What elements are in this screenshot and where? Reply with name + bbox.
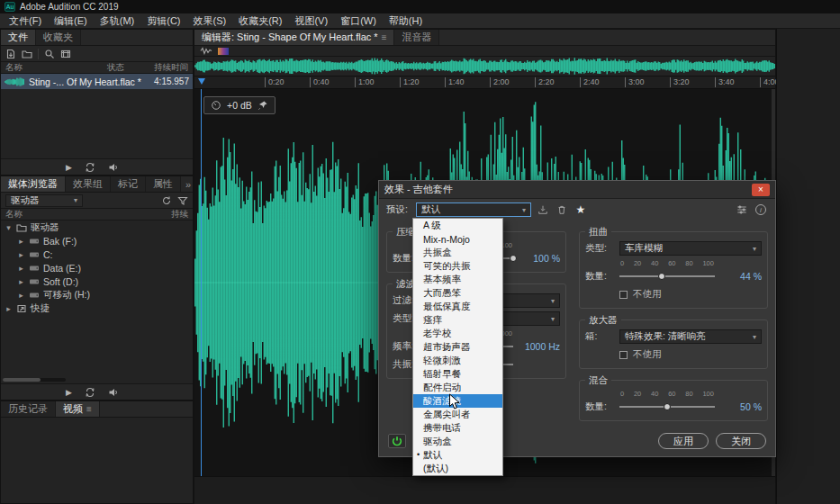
distortion-type-combobox[interactable]: 车库模糊 ▾: [619, 241, 762, 256]
menu-edit[interactable]: 编辑(E): [48, 14, 94, 28]
distortion-amount-slider[interactable]: [619, 271, 715, 282]
editor-view-toolbar: [194, 46, 775, 57]
favorite-star-button[interactable]: ★: [574, 202, 588, 217]
preset-option[interactable]: 轻微刺激: [413, 354, 502, 367]
settings-sliders-icon[interactable]: [735, 202, 749, 217]
tree-item-drives-root[interactable]: ▾ 驱动器: [1, 220, 193, 234]
preset-option[interactable]: 瘙痒: [413, 313, 502, 327]
import-file-icon[interactable]: [5, 49, 16, 59]
speaker-button[interactable]: [108, 387, 119, 398]
media-column-headers: 名称 持续: [1, 209, 193, 220]
preset-option[interactable]: 可笑的共振: [413, 259, 502, 273]
preset-option[interactable]: 最低保真度: [413, 300, 502, 313]
speaker-button[interactable]: [108, 162, 119, 173]
app-icon: Au: [5, 2, 15, 12]
drive-select-combobox[interactable]: 驱动器 ▾: [5, 194, 83, 207]
info-icon[interactable]: i: [754, 202, 768, 217]
preset-option[interactable]: 辐射早餐: [413, 367, 502, 381]
amplifier-bypass-checkbox[interactable]: [619, 351, 628, 359]
tab-editor[interactable]: 编辑器: Sting - Shape Of My Heart.flac * ≡: [194, 30, 394, 45]
preset-option[interactable]: 配件启动: [413, 381, 502, 394]
loop-button[interactable]: [85, 387, 95, 398]
preset-option[interactable]: (默认): [413, 462, 502, 475]
horizontal-scrollbar[interactable]: [3, 378, 66, 382]
column-name[interactable]: 名称: [5, 209, 161, 220]
media-type-filter-icon[interactable]: [60, 49, 71, 59]
preset-option[interactable]: 基本频率: [413, 273, 502, 286]
apply-button[interactable]: 应用: [658, 433, 709, 449]
tab-files[interactable]: 文件: [1, 30, 36, 45]
folder-icon: [16, 222, 27, 233]
volume-hud[interactable]: +0 dB: [203, 96, 275, 114]
menu-effects[interactable]: 效果(S): [187, 14, 233, 28]
tree-item-drive[interactable]: ▸ Data (E:): [1, 261, 193, 274]
waveform-view-icon[interactable]: [200, 47, 212, 55]
chevron-down-icon: ▾: [74, 196, 77, 204]
panel-menu-icon[interactable]: ≡: [382, 32, 387, 42]
tab-video[interactable]: 视频 ≡: [56, 401, 100, 417]
mix-amount-slider[interactable]: [619, 401, 715, 412]
spectral-view-icon[interactable]: [218, 48, 229, 55]
preset-option-selected[interactable]: •默认: [413, 448, 502, 462]
menu-file[interactable]: 文件(F): [3, 14, 48, 28]
tab-mixer[interactable]: 混音器: [394, 30, 439, 45]
search-icon[interactable]: [44, 49, 55, 59]
dialog-titlebar[interactable]: 效果 - 吉他套件 ×: [379, 181, 775, 199]
preset-option[interactable]: 共振盒: [413, 246, 502, 259]
save-preset-button[interactable]: [536, 202, 550, 217]
preset-option[interactable]: 超市扬声器: [413, 340, 502, 354]
panel-menu-icon[interactable]: ≡: [86, 404, 92, 414]
column-name[interactable]: 名称: [5, 62, 107, 74]
amplifier-box-combobox[interactable]: 特殊效果: 清晰响亮 ▾: [619, 329, 762, 344]
preset-option[interactable]: A 级: [413, 219, 502, 232]
pin-icon[interactable]: [257, 100, 268, 111]
tab-markers[interactable]: 标记: [111, 176, 146, 192]
preset-option[interactable]: 携带电话: [413, 421, 502, 435]
tab-effects-rack[interactable]: 效果组: [66, 176, 111, 192]
waveform-overview-strip[interactable]: [194, 57, 775, 76]
compressor-amount-value: 100 %: [519, 253, 560, 264]
open-folder-icon[interactable]: [22, 49, 32, 59]
delete-preset-button[interactable]: [555, 202, 569, 217]
file-row[interactable]: Sting -... Of My Heart.flac * 4:15.957: [1, 74, 193, 89]
preset-option[interactable]: Mix-n-Mojo: [413, 232, 502, 246]
play-button[interactable]: ▶: [66, 387, 72, 398]
tree-item-drive[interactable]: ▸ C:: [1, 248, 193, 261]
menu-clip[interactable]: 剪辑(C): [140, 14, 186, 28]
playhead-line[interactable]: [201, 89, 202, 476]
filter-frequency-value: 1000 Hz: [519, 341, 560, 352]
playhead-marker[interactable]: [198, 78, 205, 85]
tree-item-drive[interactable]: ▸ Soft (D:): [1, 274, 193, 288]
tab-history[interactable]: 历史记录: [1, 401, 56, 417]
menu-view[interactable]: 视图(V): [288, 14, 334, 28]
column-duration[interactable]: 持续: [161, 209, 188, 220]
tab-media-browser[interactable]: 媒体浏览器: [1, 176, 66, 192]
menu-favorites[interactable]: 收藏夹(R): [232, 14, 288, 28]
loop-button[interactable]: [85, 162, 95, 173]
menu-help[interactable]: 帮助(H): [383, 14, 429, 28]
preset-option[interactable]: 老学校: [413, 327, 502, 340]
filter-icon[interactable]: [177, 195, 188, 206]
dialog-close-button[interactable]: ×: [752, 184, 770, 196]
tree-item-drive[interactable]: ▸ Bak (F:): [1, 234, 193, 248]
media-transport: ▶: [1, 383, 193, 400]
refresh-icon[interactable]: [161, 195, 172, 206]
menu-window[interactable]: 窗口(W): [334, 14, 383, 28]
preset-option[interactable]: 大而愚笨: [413, 286, 502, 300]
files-transport: ▶: [1, 158, 193, 175]
menu-multitrack[interactable]: 多轨(M): [94, 14, 141, 28]
tab-properties[interactable]: 属性: [146, 176, 181, 192]
play-button[interactable]: ▶: [66, 162, 72, 173]
tab-favorites[interactable]: 收藏夹: [36, 30, 81, 45]
distortion-bypass-checkbox[interactable]: [619, 291, 628, 299]
tree-item-shortcuts[interactable]: ▸ 快捷: [1, 302, 193, 315]
timeline-ruler[interactable]: 0:20 0:40 1:00 1:20 1:40 2:00 2:20 2:40 …: [194, 76, 775, 89]
tree-item-drive[interactable]: ▸ 可移动 (H:): [1, 288, 193, 302]
close-button[interactable]: 关闭: [716, 433, 766, 449]
effect-power-toggle[interactable]: [388, 434, 406, 448]
preset-option[interactable]: 驱动盒: [413, 435, 502, 448]
column-duration[interactable]: 持续时间: [138, 62, 188, 74]
preset-combobox[interactable]: 默认 ▾: [416, 202, 531, 217]
column-status[interactable]: 状态: [107, 62, 138, 74]
chevron-right-icon: ▸: [17, 250, 25, 259]
